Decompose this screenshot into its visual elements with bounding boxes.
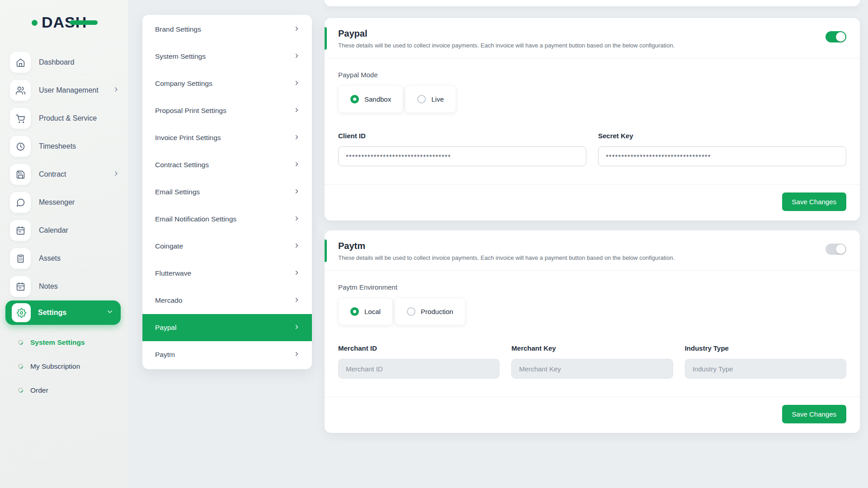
menu-item-label: Brand Settings [155,25,293,33]
merchant-key-input[interactable] [511,359,673,379]
radio-option-live[interactable]: Live [405,85,456,113]
industry-type-input[interactable] [685,359,846,379]
chevron-right-icon [293,242,300,251]
radio-option-production[interactable]: Production [395,298,466,325]
radio-selected-icon [350,95,359,103]
menu-item-flutterwave[interactable]: Flutterwave [142,260,312,287]
sidebar-item-settings[interactable]: Settings [5,300,121,325]
industry-type-label: Industry Type [685,344,846,352]
paytm-save-button[interactable]: Save Changes [782,405,846,423]
subnav-item-system-settings[interactable]: System Settings [0,330,128,354]
menu-item-label: Invoice Print Settings [155,134,293,142]
menu-item-coingate[interactable]: Coingate [142,233,312,260]
paytm-title: Paytm [338,241,675,251]
sidebar-item-label: Contract [39,170,113,178]
industry-type-field-group: Industry Type [685,344,846,379]
menu-item-invoice-print-settings[interactable]: Invoice Print Settings [142,124,312,151]
chevron-right-icon [293,107,300,115]
paytm-environment-radio-group: Local Production [338,298,846,325]
home-icon [10,52,31,73]
client-id-input[interactable] [338,146,586,166]
chevron-right-icon [113,86,120,95]
chevron-right-icon [293,134,300,142]
toggle-knob [836,244,845,254]
chevron-right-icon [293,215,300,224]
paypal-footer: Save Changes [325,185,860,221]
menu-item-label: Email Notification Settings [155,215,293,223]
menu-item-label: Coingate [155,242,293,250]
menu-item-company-settings[interactable]: Company Settings [142,70,312,97]
sidebar-item-product-service[interactable]: Product & Service [0,104,128,132]
merchant-id-input[interactable] [338,359,500,379]
paypal-section-card: Paypal These details will be used to col… [325,18,860,221]
sidebar-item-notes[interactable]: Notes [0,272,128,300]
radio-option-label: Sandbox [364,95,391,103]
menu-item-contract-settings[interactable]: Contract Settings [142,151,312,178]
accent-bar [325,27,327,50]
radio-option-local[interactable]: Local [338,298,393,325]
radio-option-label: Production [421,308,453,315]
menu-item-label: Paytm [155,351,293,359]
calendar-icon [10,220,31,241]
paypal-mode-label: Paypal Mode [338,71,846,79]
sidebar-item-label: Notes [39,282,120,291]
bullet-icon [17,387,24,394]
menu-item-paypal[interactable]: Paypal [142,314,312,341]
paytm-header: Paytm These details will be used to coll… [325,230,860,270]
sidebar-item-assets[interactable]: Assets [0,244,128,272]
paypal-title: Paypal [338,28,675,39]
subnav-item-my-subscription[interactable]: My Subscription [0,354,128,378]
clock-icon [10,136,31,157]
paytm-description: These details will be used to collect in… [338,254,675,261]
subnav-item-order[interactable]: Order [0,378,128,402]
chevron-right-icon [293,324,300,332]
secret-key-input[interactable] [598,146,846,166]
radio-option-label: Local [364,308,381,315]
menu-item-label: Paypal [155,324,293,332]
menu-item-system-settings[interactable]: System Settings [142,43,312,70]
merchant-key-label: Merchant Key [511,344,673,352]
settings-content: Paypal These details will be used to col… [325,0,860,433]
menu-item-label: Contract Settings [155,161,293,169]
menu-item-mercado[interactable]: Mercado [142,287,312,314]
settings-menu: Brand Settings System Settings Company S… [142,15,312,369]
paypal-save-button[interactable]: Save Changes [782,192,846,211]
radio-option-sandbox[interactable]: Sandbox [338,85,403,113]
calendar-icon [10,276,31,297]
radio-selected-icon [350,307,359,316]
subnav-item-label: System Settings [30,338,85,347]
client-id-label: Client ID [338,132,586,140]
paytm-environment-label: Paytm Environment [338,283,846,291]
menu-item-brand-settings[interactable]: Brand Settings [142,16,312,43]
menu-item-email-settings[interactable]: Email Settings [142,178,312,206]
sidebar-item-label: Timesheets [39,142,120,150]
logo-dot-icon [32,20,38,26]
sidebar-item-contract[interactable]: Contract [0,160,128,188]
sidebar-item-messenger[interactable]: Messenger [0,188,128,216]
sidebar-item-label: User Management [39,86,113,94]
app-logo: DASH [42,14,87,31]
merchant-id-label: Merchant ID [338,344,500,352]
paypal-body: Paypal Mode Sandbox Live Client ID [325,58,860,184]
secret-key-field-group: Secret Key [598,132,846,166]
paytm-enable-toggle[interactable] [826,244,846,255]
cart-icon [10,108,31,129]
paypal-enable-toggle[interactable] [826,31,846,42]
paytm-body: Paytm Environment Local Production Merch… [325,271,860,397]
menu-item-email-notification-settings[interactable]: Email Notification Settings [142,206,312,233]
menu-item-paytm[interactable]: Paytm [142,341,312,368]
menu-item-label: Email Settings [155,188,293,196]
merchant-key-field-group: Merchant Key [511,344,673,379]
subnav-item-label: Order [30,386,48,394]
chevron-down-icon [106,308,113,317]
paytm-section-card: Paytm These details will be used to coll… [325,230,860,433]
sidebar-item-timesheets[interactable]: Timesheets [0,132,128,160]
chevron-right-icon [293,52,300,61]
logo-bar-icon [70,20,98,25]
sidebar-item-calendar[interactable]: Calendar [0,216,128,244]
paypal-mode-radio-group: Sandbox Live [338,85,846,113]
menu-item-proposal-print-settings[interactable]: Proposal Print Settings [142,97,312,124]
sidebar-item-dashboard[interactable]: Dashboard [0,48,128,76]
save-icon [10,164,31,185]
sidebar-item-user-management[interactable]: User Management [0,76,128,104]
